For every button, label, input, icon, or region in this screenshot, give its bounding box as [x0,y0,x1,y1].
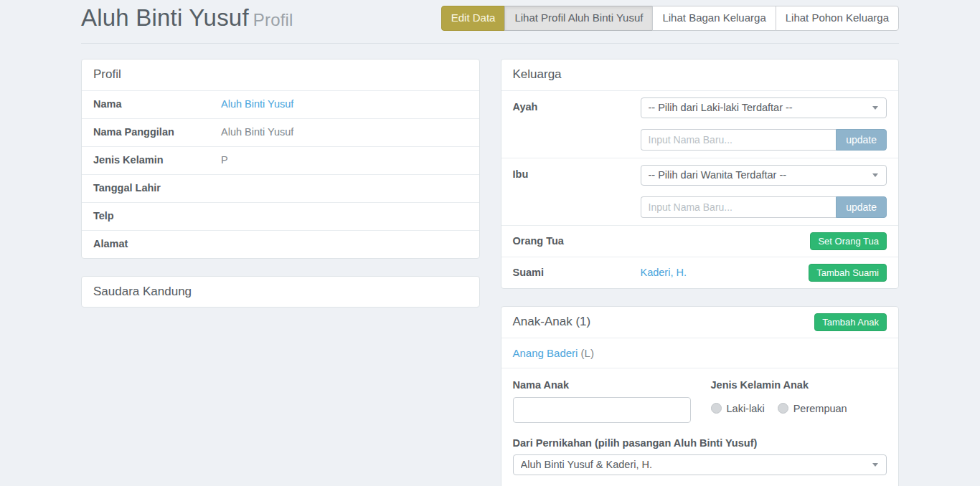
pernikahan-select[interactable]: Aluh Binti Yusuf & Kaderi, H. [513,454,887,475]
ibu-select[interactable]: -- Pilih dari Wanita Terdaftar -- [641,165,887,186]
ayah-input-group: update [641,129,887,151]
content-columns: Profil Nama Aluh Binti Yusuf Nama Panggi… [81,59,899,486]
row-value: Aluh Binti Yusuf [221,126,293,139]
edit-data-button[interactable]: Edit Data [441,6,506,31]
tambah-suami-button[interactable]: Tambah Suami [809,264,887,282]
ibu-select-wrap: -- Pilih dari Wanita Terdaftar -- [641,165,887,186]
row-value: P [221,154,228,167]
view-switch-button-group: Edit Data Lihat Profil Aluh Binti Yusuf … [441,6,899,31]
suami-label: Suami [513,267,641,278]
profil-card-title: Profil [82,59,479,90]
pernikahan-select-wrap: Aluh Binti Yusuf & Kaderi, H. [513,454,887,475]
page-subtitle: Profil [253,10,293,29]
ayah-nama-baru-input[interactable] [641,129,837,151]
left-column: Profil Nama Aluh Binti Yusuf Nama Panggi… [81,59,480,325]
row-label: Alamat [93,238,221,249]
lihat-bagan-keluarga-button[interactable]: Lihat Bagan Keluarga [652,6,776,31]
child-gender: (L) [581,347,594,359]
radio-laki-laki[interactable]: Laki-laki [711,403,765,414]
nama-anak-input[interactable] [513,397,691,423]
keluarga-card: Keluarga Ayah -- Pilih dari Laki-laki Te… [501,59,900,289]
suami-link[interactable]: Kaderi, H. [641,267,687,278]
nama-link[interactable]: Aluh Binti Yusuf [221,98,293,110]
suami-row: Suami Kaderi, H. Tambah Suami [501,257,899,288]
saudara-kandung-card: Saudara Kandung [81,276,480,308]
ayah-select-wrap: -- Pilih dari Laki-laki Terdaftar -- [641,97,887,118]
row-label: Tanggal Lahir [93,182,221,194]
orang-tua-label: Orang Tua [513,235,641,247]
person-name: Aluh Binti Yusuf [81,4,249,31]
ibu-update-button[interactable]: update [836,196,887,218]
child-link[interactable]: Anang Baderi [513,347,578,359]
page-title: Aluh Binti YusufProfil [81,4,293,32]
ibu-nama-baru-input[interactable] [641,196,837,218]
ibu-input-group: update [641,196,887,218]
radio-perempuan[interactable]: Perempuan [778,403,847,414]
tambah-anak-form: Nama Anak Jenis Kelamin Anak Laki-laki [501,368,899,486]
orang-tua-row: Orang Tua Set Orang Tua [501,225,899,257]
row-label: Jenis Kelamin [93,154,221,166]
dari-pernikahan-label: Dari Pernikahan (pilih pasangan Aluh Bin… [513,437,887,449]
page-container: Aluh Binti YusufProfil Edit Data Lihat P… [81,0,899,486]
tambah-anak-header-button[interactable]: Tambah Anak [814,313,887,331]
table-row: Nama Aluh Binti Yusuf [82,90,479,118]
lihat-pohon-keluarga-button[interactable]: Lihat Pohon Keluarga [776,6,899,31]
table-row: Telp [82,202,479,230]
nama-anak-label: Nama Anak [513,379,691,391]
table-row: Tanggal Lahir [82,174,479,202]
keluarga-card-title: Keluarga [501,59,899,90]
page-header: Aluh Binti YusufProfil Edit Data Lihat P… [81,0,899,44]
row-label: Telp [93,210,221,221]
saudara-kandung-title: Saudara Kandung [82,277,479,308]
child-list-item: Anang Baderi (L) [501,338,899,368]
table-row: Alamat [82,230,479,258]
row-label: Nama [93,98,221,110]
radio-perempuan-icon[interactable] [778,403,788,414]
anak-anak-title: Anak-Anak (1) [513,313,591,331]
radio-laki-laki-icon[interactable] [711,403,722,414]
profil-card: Profil Nama Aluh Binti Yusuf Nama Panggi… [81,59,480,259]
radio-laki-laki-label: Laki-laki [727,403,765,414]
table-row: Jenis Kelamin P [82,146,479,174]
table-row: Nama Panggilan Aluh Binti Yusuf [82,118,479,146]
lihat-profil-button[interactable]: Lihat Profil Aluh Binti Yusuf [504,6,653,31]
ibu-row: Ibu -- Pilih dari Wanita Terdaftar -- up… [501,158,899,225]
ayah-label: Ayah [513,97,641,113]
radio-perempuan-label: Perempuan [793,403,847,414]
right-column: Keluarga Ayah -- Pilih dari Laki-laki Te… [501,59,900,486]
set-orang-tua-button[interactable]: Set Orang Tua [810,232,887,250]
jenis-kelamin-anak-label: Jenis Kelamin Anak [711,379,847,391]
row-label: Nama Panggilan [93,126,221,138]
ayah-select[interactable]: -- Pilih dari Laki-laki Terdaftar -- [641,97,887,118]
anak-anak-card: Anak-Anak (1) Tambah Anak Anang Baderi (… [501,306,900,486]
ayah-update-button[interactable]: update [836,129,887,151]
ayah-row: Ayah -- Pilih dari Laki-laki Terdaftar -… [501,90,899,158]
ibu-label: Ibu [513,165,641,180]
